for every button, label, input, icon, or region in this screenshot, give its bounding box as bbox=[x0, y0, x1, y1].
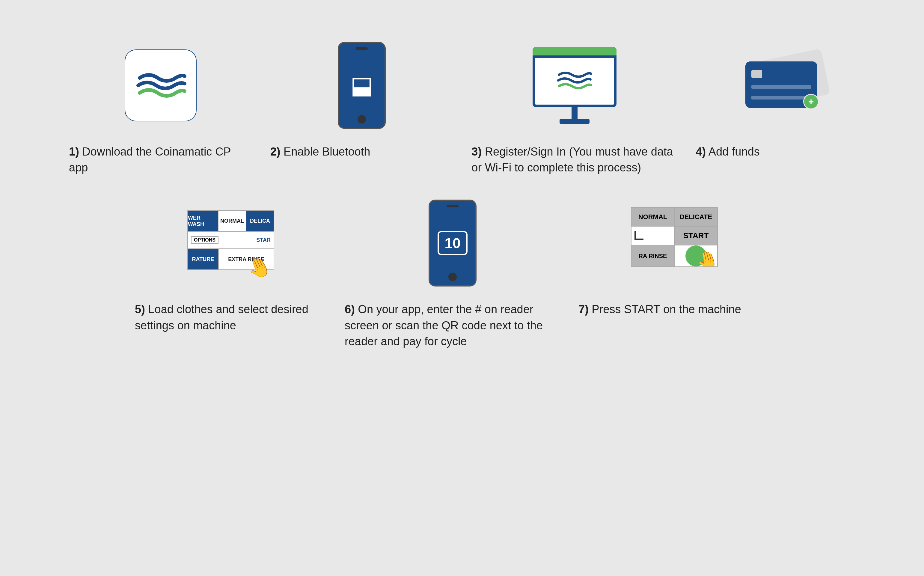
card-stripe-2 bbox=[751, 96, 811, 99]
monitor-display bbox=[535, 58, 614, 105]
card-chip bbox=[751, 70, 762, 78]
monitor-logo-svg bbox=[555, 69, 594, 93]
monitor-icon bbox=[532, 47, 617, 124]
step-3-text: 3) Register/Sign In (You must have data … bbox=[472, 144, 678, 176]
step-2: ⬓ 2) Enable Bluetooth bbox=[261, 36, 463, 160]
panel-cell-temperature: RATURE bbox=[188, 249, 219, 270]
panel-cell-normal: NORMAL bbox=[219, 211, 246, 231]
card-stripe bbox=[751, 85, 811, 89]
start-panel-row-3: RA RINSE 🤚 bbox=[631, 245, 717, 266]
panel-start-label: STAR bbox=[256, 237, 271, 243]
washer-panel-icon: WER WASH NORMAL DELICA OPTIONS bbox=[187, 210, 274, 276]
step-3-icon-area bbox=[472, 36, 678, 135]
phone-number-icon: 10 bbox=[428, 200, 476, 286]
step-5-icon-area: WER WASH NORMAL DELICA OPTIONS bbox=[135, 194, 327, 293]
top-row: 1) Download the Coinamatic CP app ⬓ 2) E… bbox=[60, 36, 888, 176]
coinamatic-logo-svg bbox=[134, 67, 188, 103]
sp-blank bbox=[631, 227, 675, 245]
step-4: + 4) Add funds bbox=[687, 36, 888, 160]
panel-cell-power-wash: WER WASH bbox=[188, 211, 219, 231]
step-7: NORMAL DELICATE bbox=[569, 194, 779, 317]
step-1-text: 1) Download the Coinamatic CP app bbox=[69, 144, 253, 176]
monitor-screen-area bbox=[532, 47, 617, 107]
step-6-icon-area: 10 bbox=[345, 194, 560, 293]
monitor-top-bar bbox=[532, 47, 617, 56]
step-6-text: 6) On your app, enter the # on reader sc… bbox=[345, 301, 560, 349]
monitor-stand bbox=[572, 107, 577, 119]
step-2-icon-area: ⬓ bbox=[270, 36, 454, 135]
panel-cell-delicate: DELICA bbox=[246, 211, 273, 231]
step-3: 3) Register/Sign In (You must have data … bbox=[462, 36, 687, 176]
start-panel-icon: NORMAL DELICATE bbox=[631, 207, 718, 279]
panel-row-2: OPTIONS STAR bbox=[188, 232, 273, 249]
page: 1) Download the Coinamatic CP app ⬓ 2) E… bbox=[0, 0, 924, 576]
sp-start-area: 🤚 bbox=[675, 245, 717, 266]
step-5-text: 5) Load clothes and select desired setti… bbox=[135, 301, 327, 333]
step-6: 10 6) On your app, enter the # on reader… bbox=[336, 194, 569, 349]
step-4-icon-area: + bbox=[695, 36, 879, 135]
step-5: WER WASH NORMAL DELICA OPTIONS bbox=[126, 194, 336, 333]
reader-number-display: 10 bbox=[438, 231, 468, 255]
sp-normal: NORMAL bbox=[631, 208, 675, 226]
step-1-icon-area bbox=[69, 36, 253, 135]
add-funds-plus-icon: + bbox=[803, 94, 819, 109]
step-2-text: 2) Enable Bluetooth bbox=[270, 144, 371, 160]
step-4-text: 4) Add funds bbox=[695, 144, 759, 160]
bluetooth-phone-icon: ⬓ bbox=[338, 42, 386, 129]
bottom-row: WER WASH NORMAL DELICA OPTIONS bbox=[126, 194, 888, 349]
sp-delicate: DELICATE bbox=[675, 208, 717, 226]
bluetooth-symbol: ⬓ bbox=[350, 74, 373, 98]
credit-card-icon: + bbox=[745, 56, 829, 115]
sp-start: START bbox=[675, 227, 717, 245]
panel-options-label: OPTIONS bbox=[191, 236, 219, 244]
coinamatic-app-icon bbox=[125, 50, 197, 122]
sp-ra-rinse: RA RINSE bbox=[631, 245, 675, 266]
step-1: 1) Download the Coinamatic CP app bbox=[60, 36, 261, 176]
start-panel: NORMAL DELICATE bbox=[631, 207, 718, 267]
start-panel-row-2: START bbox=[631, 227, 717, 245]
panel-row-1: WER WASH NORMAL DELICA bbox=[188, 211, 273, 232]
monitor-base bbox=[560, 119, 590, 124]
step-7-icon-area: NORMAL DELICATE bbox=[579, 194, 770, 293]
card-front: + bbox=[745, 61, 817, 108]
bracket-icon bbox=[635, 231, 643, 240]
start-panel-row-1: NORMAL DELICATE bbox=[631, 208, 717, 227]
step-7-text: 7) Press START on the machine bbox=[579, 301, 741, 317]
